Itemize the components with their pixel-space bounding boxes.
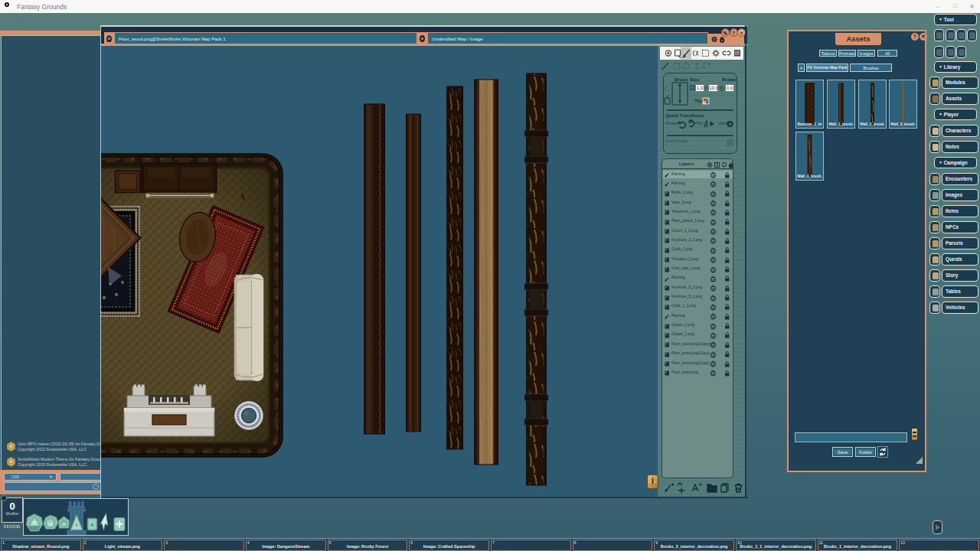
- svg-text:12: 12: [48, 522, 53, 527]
- svg-text:0: 0: [76, 523, 78, 527]
- svg-text:10: 10: [62, 522, 67, 527]
- svg-text:20: 20: [32, 520, 37, 525]
